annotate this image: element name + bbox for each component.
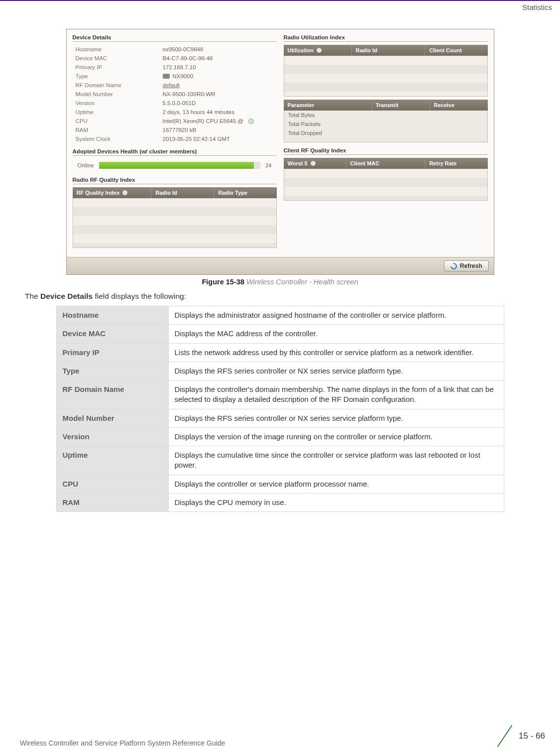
term-cell: Type [56,362,168,380]
term-cell: Hostname [56,306,168,325]
value-text: NX9000 [173,73,194,79]
row-ram: RAM 16777820 kB [73,126,277,134]
param-name: Total Bytes [284,111,372,120]
term-cell: Version [56,427,168,446]
param-tx [372,128,430,137]
refresh-label: Refresh [460,262,482,269]
left-column: Device Details Hostname nx9500-0C9848 De… [73,34,277,253]
table-row: Version Displays the version of the imag… [56,427,504,446]
desc-cell: Displays the cumulative time since the c… [168,446,504,475]
param-head: Parameter Transmit Receive [284,100,488,111]
footer-text: Wireless Controller and Service Platform… [20,739,225,747]
value: B4-C7-99-0C-98-48 [163,55,274,61]
client-rf-head: Worst 5 Client MAC Retry Rate [284,158,488,169]
desc-cell: Displays the RFS series controller or NX… [168,362,504,380]
param-row: Total Bytes [284,111,487,120]
adopted-devices-panel: Adopted Devices Health (w/ cluster membe… [73,148,277,172]
radio-rf-head: RF Quality Index Radio Id Radio Type [73,187,277,198]
radio-util-legend: Radio Utilization Index [284,34,488,42]
col-parameter[interactable]: Parameter [284,100,372,111]
row-type: Type NX9000 [73,72,277,81]
status-dot-icon [248,119,254,124]
param-row: Total Packets [284,120,487,128]
table-row: Model Number Displays the RFS series con… [56,409,504,427]
col-label: Worst 5 [288,160,308,166]
col-receive[interactable]: Receive [430,100,488,111]
radio-rf-quality-panel: Radio RF Quality Index RF Quality Index … [73,177,277,248]
value: 16777820 kB [163,127,274,133]
refresh-icon [449,261,458,270]
section-label: Statistics [522,3,552,11]
col-label: RF Quality Index [77,190,120,196]
value: 2 days, 13 hours 44 minutes [163,109,274,115]
row-hostname: Hostname nx9500-0C9848 [73,45,277,54]
sort-icon [311,161,316,166]
online-bar [99,162,261,169]
page-footer: Wireless Controller and Service Platform… [20,725,545,747]
intro-prefix: The [25,292,40,300]
desc-cell: Displays the administrator assigned host… [168,306,504,325]
bar-value: 24 [265,162,271,168]
value[interactable]: default [163,82,274,88]
intro-paragraph: The Device Details field displays the fo… [25,292,540,301]
device-type-icon [163,74,170,79]
page-main: Device Details Hostname nx9500-0C9848 De… [0,14,560,517]
intro-suffix: field displays the following: [93,292,186,300]
table-row: Uptime Displays the cumulative time sinc… [56,446,504,475]
table-row: Device MAC Displays the MAC address of t… [56,325,504,343]
bar-label: Online [78,162,94,168]
page-number: 15 - 66 [519,731,545,741]
col-worst5[interactable]: Worst 5 [284,158,346,169]
value: 2013-05-25 02:42:14 GMT [163,136,274,142]
row-system-clock: System Clock 2013-05-25 02:42:14 GMT [73,134,277,143]
radio-rf-legend: Radio RF Quality Index [73,177,277,184]
row-rf-domain: RF Domain Name default [73,81,277,90]
param-body: Total Bytes Total Packets Total Dropped [284,111,488,142]
value: NX9000 [163,73,274,79]
table-row: RF Domain Name Displays the controller's… [56,380,504,409]
value-text: Intel(R) Xeon(R) CPU E5645 @ [163,118,244,124]
label: Type [76,73,163,79]
right-column: Radio Utilization Index Utilization Radi… [284,34,488,253]
device-details-legend: Device Details [73,34,277,42]
desc-cell: Displays the version of the image runnin… [168,427,504,446]
value: 5.5.0.0-051D [163,100,274,106]
col-rf-quality-index[interactable]: RF Quality Index [73,187,152,198]
slash-icon [495,725,514,747]
col-retry-rate[interactable]: Retry Rate [425,158,487,169]
term-cell: Primary IP [56,343,168,362]
col-radio-id[interactable]: Radio Id [352,45,426,56]
param-tx [372,120,430,128]
col-client-mac[interactable]: Client MAC [346,158,426,169]
refresh-button[interactable]: Refresh [444,260,489,271]
col-client-count[interactable]: Client Count [425,45,487,56]
col-utilization[interactable]: Utilization [284,45,352,56]
radio-util-panel: Radio Utilization Index Utilization Radi… [284,34,488,142]
term-cell: CPU [56,475,168,493]
desc-cell: Displays the controller or service platf… [168,475,504,493]
desc-cell: Displays the MAC address of the controll… [168,325,504,343]
label: System Clock [76,136,163,142]
radio-util-head: Utilization Radio Id Client Count [284,45,488,56]
term-cell: Uptime [56,446,168,475]
table-row: CPU Displays the controller or service p… [56,475,504,493]
client-rf-body [284,169,488,201]
col-transmit[interactable]: Transmit [372,100,430,111]
row-version: Version 5.5.0.0-051D [73,99,277,108]
table-row: Type Displays the RFS series controller … [56,362,504,380]
label: Model Number [76,91,163,97]
desc-cell: Displays the RFS series controller or NX… [168,409,504,427]
desc-cell: Lists the network address used by this c… [168,343,504,362]
col-radio-type[interactable]: Radio Type [214,187,276,198]
figure-number: Figure 15-38 [202,278,244,286]
rf-domain-link[interactable]: default [163,82,180,88]
term-cell: Device MAC [56,325,168,343]
param-name: Total Dropped [284,128,372,137]
page-header: Statistics [0,0,560,14]
term-cell: Model Number [56,409,168,427]
value: NX-9500-100R0-WR [163,91,274,97]
col-radio-id[interactable]: Radio Id [151,187,214,198]
screenshot-panel: Device Details Hostname nx9500-0C9848 De… [66,29,494,275]
value: Intel(R) Xeon(R) CPU E5645 @ [163,118,274,124]
online-bar-row: Online 24 [73,159,277,172]
